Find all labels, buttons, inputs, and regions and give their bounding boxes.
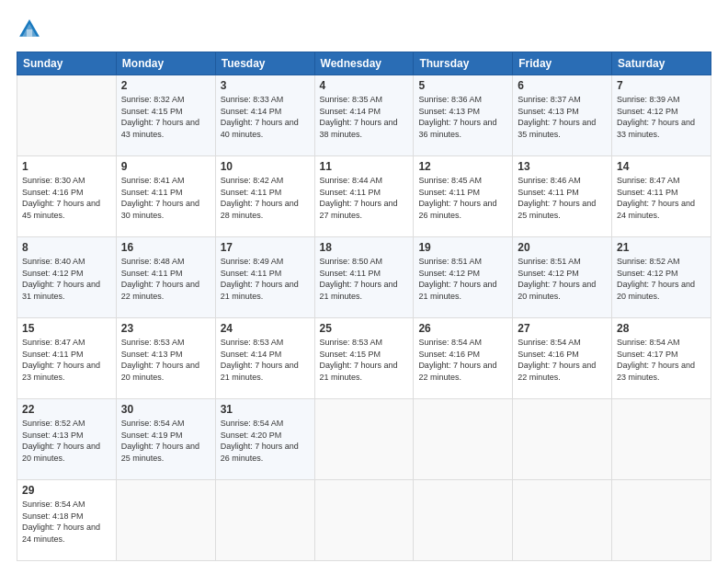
calendar-cell [612, 399, 711, 480]
day-info: Sunrise: 8:51 AMSunset: 4:12 PMDaylight:… [518, 257, 596, 301]
day-number: 13 [518, 160, 607, 173]
column-header-tuesday: Tuesday [215, 52, 314, 75]
calendar-cell [314, 480, 414, 561]
day-number: 12 [418, 160, 507, 173]
day-info: Sunrise: 8:41 AMSunset: 4:11 PMDaylight:… [121, 176, 199, 220]
calendar-cell: 3 Sunrise: 8:33 AMSunset: 4:14 PMDayligh… [215, 75, 314, 156]
day-number: 3 [221, 79, 310, 92]
day-number: 14 [617, 160, 706, 173]
day-number: 17 [221, 241, 310, 254]
day-info: Sunrise: 8:46 AMSunset: 4:11 PMDaylight:… [518, 176, 596, 220]
calendar-cell: 5 Sunrise: 8:36 AMSunset: 4:13 PMDayligh… [414, 75, 513, 156]
calendar-cell: 27 Sunrise: 8:54 AMSunset: 4:16 PMDaylig… [513, 318, 612, 399]
column-header-thursday: Thursday [414, 52, 513, 75]
day-number: 31 [221, 403, 310, 416]
day-number: 18 [320, 241, 409, 254]
calendar-cell: 12 Sunrise: 8:45 AMSunset: 4:11 PMDaylig… [414, 156, 513, 237]
calendar-cell: 23 Sunrise: 8:53 AMSunset: 4:13 PMDaylig… [116, 318, 215, 399]
day-info: Sunrise: 8:54 AMSunset: 4:19 PMDaylight:… [121, 419, 199, 463]
calendar-week-row: 22 Sunrise: 8:52 AMSunset: 4:13 PMDaylig… [17, 399, 711, 480]
calendar-cell: 4 Sunrise: 8:35 AMSunset: 4:14 PMDayligh… [314, 75, 414, 156]
day-number: 27 [518, 322, 607, 335]
day-info: Sunrise: 8:42 AMSunset: 4:11 PMDaylight:… [221, 176, 299, 220]
column-header-sunday: Sunday [17, 52, 117, 75]
day-number: 4 [320, 79, 409, 92]
day-number: 6 [518, 79, 607, 92]
day-info: Sunrise: 8:48 AMSunset: 4:11 PMDaylight:… [121, 257, 199, 301]
day-info: Sunrise: 8:52 AMSunset: 4:13 PMDaylight:… [22, 419, 100, 463]
day-number: 7 [617, 79, 706, 92]
day-info: Sunrise: 8:37 AMSunset: 4:13 PMDaylight:… [518, 95, 596, 139]
logo-icon [17, 17, 42, 42]
day-number: 29 [22, 484, 111, 497]
day-number: 8 [22, 241, 111, 254]
day-info: Sunrise: 8:47 AMSunset: 4:11 PMDaylight:… [22, 338, 100, 382]
calendar-cell [17, 75, 117, 156]
column-header-monday: Monday [116, 52, 215, 75]
day-info: Sunrise: 8:53 AMSunset: 4:15 PMDaylight:… [320, 338, 398, 382]
day-info: Sunrise: 8:54 AMSunset: 4:20 PMDaylight:… [221, 419, 299, 463]
day-info: Sunrise: 8:40 AMSunset: 4:12 PMDaylight:… [22, 257, 100, 301]
day-info: Sunrise: 8:53 AMSunset: 4:14 PMDaylight:… [221, 338, 299, 382]
day-number: 11 [320, 160, 409, 173]
day-info: Sunrise: 8:53 AMSunset: 4:13 PMDaylight:… [121, 338, 199, 382]
logo [17, 17, 46, 42]
day-info: Sunrise: 8:54 AMSunset: 4:17 PMDaylight:… [617, 338, 695, 382]
day-number: 2 [121, 79, 210, 92]
calendar-cell: 13 Sunrise: 8:46 AMSunset: 4:11 PMDaylig… [513, 156, 612, 237]
day-number: 21 [617, 241, 706, 254]
day-number: 22 [22, 403, 111, 416]
day-info: Sunrise: 8:49 AMSunset: 4:11 PMDaylight:… [221, 257, 299, 301]
column-header-wednesday: Wednesday [314, 52, 414, 75]
day-number: 23 [121, 322, 210, 335]
calendar-page: SundayMondayTuesdayWednesdayThursdayFrid… [0, 0, 728, 563]
calendar-week-row: 8 Sunrise: 8:40 AMSunset: 4:12 PMDayligh… [17, 237, 711, 318]
calendar-cell: 18 Sunrise: 8:50 AMSunset: 4:11 PMDaylig… [314, 237, 414, 318]
calendar-cell: 29 Sunrise: 8:54 AMSunset: 4:18 PMDaylig… [17, 480, 117, 561]
calendar-cell: 21 Sunrise: 8:52 AMSunset: 4:12 PMDaylig… [612, 237, 711, 318]
calendar-cell [513, 399, 612, 480]
calendar-cell: 26 Sunrise: 8:54 AMSunset: 4:16 PMDaylig… [414, 318, 513, 399]
day-info: Sunrise: 8:44 AMSunset: 4:11 PMDaylight:… [320, 176, 398, 220]
calendar-cell: 9 Sunrise: 8:41 AMSunset: 4:11 PMDayligh… [116, 156, 215, 237]
calendar-cell: 25 Sunrise: 8:53 AMSunset: 4:15 PMDaylig… [314, 318, 414, 399]
day-info: Sunrise: 8:30 AMSunset: 4:16 PMDaylight:… [22, 176, 100, 220]
day-number: 9 [121, 160, 210, 173]
calendar-cell: 24 Sunrise: 8:53 AMSunset: 4:14 PMDaylig… [215, 318, 314, 399]
day-info: Sunrise: 8:47 AMSunset: 4:11 PMDaylight:… [617, 176, 695, 220]
day-info: Sunrise: 8:36 AMSunset: 4:13 PMDaylight:… [418, 95, 496, 139]
day-number: 30 [121, 403, 210, 416]
calendar-cell [215, 480, 314, 561]
calendar-cell: 7 Sunrise: 8:39 AMSunset: 4:12 PMDayligh… [612, 75, 711, 156]
day-info: Sunrise: 8:39 AMSunset: 4:12 PMDaylight:… [617, 95, 695, 139]
day-number: 5 [418, 79, 507, 92]
day-number: 19 [418, 241, 507, 254]
day-number: 1 [22, 160, 111, 173]
calendar-cell [116, 480, 215, 561]
day-info: Sunrise: 8:50 AMSunset: 4:11 PMDaylight:… [320, 257, 398, 301]
calendar-cell: 10 Sunrise: 8:42 AMSunset: 4:11 PMDaylig… [215, 156, 314, 237]
calendar-week-row: 29 Sunrise: 8:54 AMSunset: 4:18 PMDaylig… [17, 480, 711, 561]
day-number: 25 [320, 322, 409, 335]
day-info: Sunrise: 8:54 AMSunset: 4:18 PMDaylight:… [22, 500, 100, 544]
calendar-cell: 1 Sunrise: 8:30 AMSunset: 4:16 PMDayligh… [17, 156, 117, 237]
day-info: Sunrise: 8:51 AMSunset: 4:12 PMDaylight:… [418, 257, 496, 301]
day-info: Sunrise: 8:54 AMSunset: 4:16 PMDaylight:… [418, 338, 496, 382]
calendar-cell: 17 Sunrise: 8:49 AMSunset: 4:11 PMDaylig… [215, 237, 314, 318]
day-info: Sunrise: 8:33 AMSunset: 4:14 PMDaylight:… [221, 95, 299, 139]
calendar-cell: 11 Sunrise: 8:44 AMSunset: 4:11 PMDaylig… [314, 156, 414, 237]
svg-rect-2 [27, 29, 32, 37]
column-header-saturday: Saturday [612, 52, 711, 75]
calendar-cell: 22 Sunrise: 8:52 AMSunset: 4:13 PMDaylig… [17, 399, 117, 480]
calendar-week-row: 15 Sunrise: 8:47 AMSunset: 4:11 PMDaylig… [17, 318, 711, 399]
calendar-cell [414, 480, 513, 561]
calendar-cell: 28 Sunrise: 8:54 AMSunset: 4:17 PMDaylig… [612, 318, 711, 399]
calendar-cell: 8 Sunrise: 8:40 AMSunset: 4:12 PMDayligh… [17, 237, 117, 318]
calendar-table: SundayMondayTuesdayWednesdayThursdayFrid… [17, 52, 711, 561]
day-number: 26 [418, 322, 507, 335]
calendar-cell: 2 Sunrise: 8:32 AMSunset: 4:15 PMDayligh… [116, 75, 215, 156]
day-info: Sunrise: 8:45 AMSunset: 4:11 PMDaylight:… [418, 176, 496, 220]
calendar-cell: 15 Sunrise: 8:47 AMSunset: 4:11 PMDaylig… [17, 318, 117, 399]
calendar-cell: 6 Sunrise: 8:37 AMSunset: 4:13 PMDayligh… [513, 75, 612, 156]
day-info: Sunrise: 8:52 AMSunset: 4:12 PMDaylight:… [617, 257, 695, 301]
